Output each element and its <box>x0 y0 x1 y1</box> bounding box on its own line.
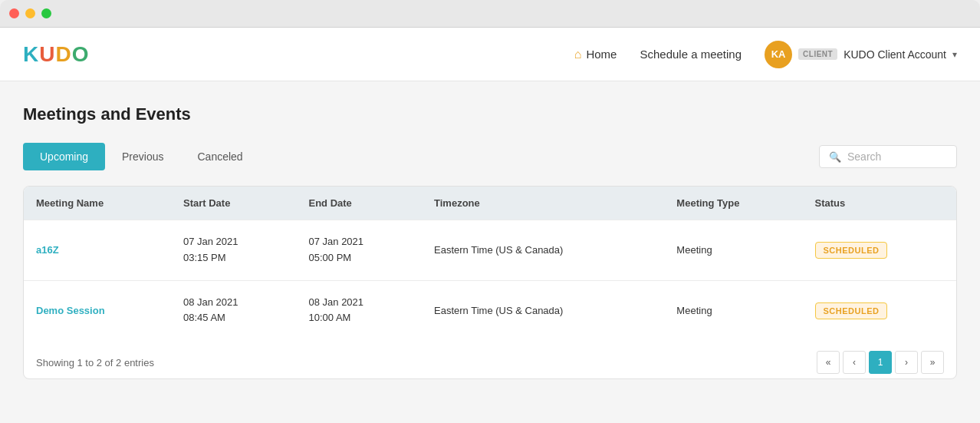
search-box: 🔍 <box>819 145 957 168</box>
close-button[interactable] <box>9 8 19 18</box>
client-badge: CLIENT <box>798 48 837 60</box>
main-content: Meetings and Events Upcoming Previous Ca… <box>0 81 980 395</box>
tab-canceled[interactable]: Canceled <box>181 143 260 170</box>
cell-end-date-1: 08 Jan 202110:00 AM <box>297 280 423 340</box>
cell-meeting-type-1: Meeting <box>664 280 802 340</box>
user-name: KUDO Client Account <box>844 48 946 61</box>
logo-letter-o: O <box>72 42 90 66</box>
cell-meeting-name-0: a16Z <box>24 220 171 281</box>
logo: KUDO <box>23 42 89 66</box>
logo-letter-k: K <box>23 42 39 66</box>
tabs-row: Upcoming Previous Canceled 🔍 <box>23 143 957 170</box>
table-footer: Showing 1 to 2 of 2 entries « ‹ 1 › » <box>24 340 956 378</box>
cell-timezone-1: Eastern Time (US & Canada) <box>422 280 664 340</box>
schedule-meeting-link[interactable]: Schedule a meeting <box>640 48 742 61</box>
logo-letter-u: U <box>39 42 55 66</box>
chevron-down-icon[interactable]: ▾ <box>952 49 957 60</box>
cell-start-date-1: 08 Jan 202108:45 AM <box>171 280 297 340</box>
meeting-name-link-0[interactable]: a16Z <box>36 244 59 256</box>
home-nav-link[interactable]: ⌂ Home <box>574 48 617 61</box>
table-container: Meeting Name Start Date End Date Timezon… <box>23 186 957 379</box>
table-row: Demo Session 08 Jan 202108:45 AM 08 Jan … <box>24 280 956 340</box>
col-header-status: Status <box>803 187 956 220</box>
entries-info: Showing 1 to 2 of 2 entries <box>36 357 154 368</box>
table-row: a16Z 07 Jan 202103:15 PM 07 Jan 202105:0… <box>24 220 956 281</box>
meeting-name-link-1[interactable]: Demo Session <box>36 305 105 316</box>
pagination-last[interactable]: » <box>921 351 944 374</box>
pagination-page-1[interactable]: 1 <box>869 351 892 374</box>
col-header-meeting-type: Meeting Type <box>664 187 802 220</box>
cell-meeting-name-1: Demo Session <box>24 280 171 340</box>
search-input[interactable] <box>847 150 947 163</box>
navbar-logo: KUDO <box>23 42 89 67</box>
tab-previous[interactable]: Previous <box>105 143 180 170</box>
col-header-timezone: Timezone <box>422 187 664 220</box>
cell-end-date-0: 07 Jan 202105:00 PM <box>297 220 423 281</box>
pagination-next[interactable]: › <box>895 351 918 374</box>
meetings-table: Meeting Name Start Date End Date Timezon… <box>24 187 956 340</box>
logo-letter-d: D <box>55 42 71 66</box>
app-container: KUDO ⌂ Home Schedule a meeting KA CLIENT… <box>0 28 980 423</box>
cell-timezone-0: Eastern Time (US & Canada) <box>422 220 664 281</box>
cell-start-date-0: 07 Jan 202103:15 PM <box>171 220 297 281</box>
col-header-start-date: Start Date <box>171 187 297 220</box>
home-icon: ⌂ <box>574 48 582 61</box>
navbar-right: ⌂ Home Schedule a meeting KA CLIENT KUDO… <box>574 41 957 68</box>
tabs: Upcoming Previous Canceled <box>23 143 260 170</box>
window-chrome <box>0 0 980 28</box>
user-area: KA CLIENT KUDO Client Account ▾ <box>765 41 957 68</box>
search-icon: 🔍 <box>829 151 841 163</box>
maximize-button[interactable] <box>41 8 51 18</box>
minimize-button[interactable] <box>25 8 35 18</box>
status-badge-1: SCHEDULED <box>815 302 888 319</box>
navbar: KUDO ⌂ Home Schedule a meeting KA CLIENT… <box>0 28 980 81</box>
avatar[interactable]: KA <box>765 41 792 68</box>
pagination: « ‹ 1 › » <box>817 351 944 374</box>
pagination-first[interactable]: « <box>817 351 840 374</box>
tab-upcoming[interactable]: Upcoming <box>23 143 105 170</box>
status-badge-0: SCHEDULED <box>815 242 888 259</box>
page-title: Meetings and Events <box>23 104 957 124</box>
col-header-meeting-name: Meeting Name <box>24 187 171 220</box>
pagination-prev[interactable]: ‹ <box>843 351 866 374</box>
home-label: Home <box>586 48 617 61</box>
col-header-end-date: End Date <box>297 187 423 220</box>
cell-status-1: SCHEDULED <box>803 280 956 340</box>
cell-status-0: SCHEDULED <box>803 220 956 281</box>
table-header-row: Meeting Name Start Date End Date Timezon… <box>24 187 956 220</box>
cell-meeting-type-0: Meeting <box>664 220 802 281</box>
